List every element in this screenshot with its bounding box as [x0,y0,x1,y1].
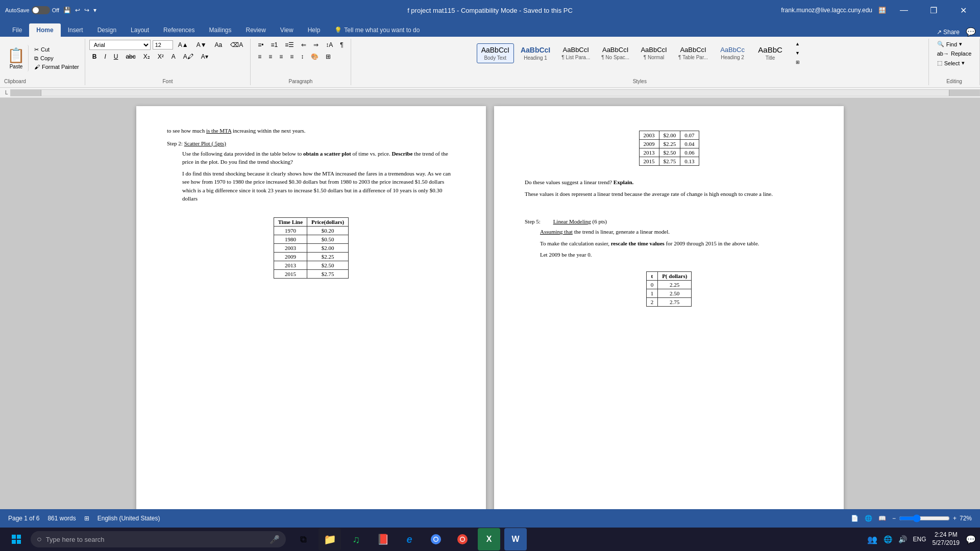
task-view-button[interactable]: ⧉ [292,528,314,550]
people-icon[interactable]: 👥 [867,535,877,544]
select-button[interactable]: ⬚ Select ▾ [934,59,975,67]
cut-button[interactable]: ✂ Cut [33,46,81,54]
line-spacing-button[interactable]: ↕ [298,52,307,62]
style-normal[interactable]: AaBbCcI ¶ Normal [636,43,672,63]
close-button[interactable]: ✕ [951,0,975,20]
decrease-indent-button[interactable]: ⇐ [298,40,309,50]
ruler-margin-right [949,90,979,96]
file-explorer-button[interactable]: 📁 [318,528,341,550]
font-size-input[interactable] [153,40,173,49]
restore-button[interactable]: ❐ [922,0,945,20]
document-title: f project mat115 - Compatibility Mode - … [407,7,573,14]
taskbar-search[interactable]: ○ 🎤 [31,531,286,547]
replace-button[interactable]: ab→ Replace [934,49,975,58]
style-title[interactable]: AaBbC Title [752,43,788,63]
tab-home[interactable]: Home [29,23,60,37]
tab-references[interactable]: References [156,23,202,37]
mic-icon[interactable]: 🎤 [270,535,280,544]
search-input[interactable] [46,536,265,543]
title-bar-left: AutoSave Off 💾 ↩ ↪ ▾ [5,6,96,14]
zoom-out-button[interactable]: − [892,515,896,522]
numbering-button[interactable]: ≡1 [267,40,281,50]
sort-button[interactable]: ↕A [323,40,336,50]
page-info: Page 1 of 6 [8,515,39,522]
superscript-button[interactable]: X² [155,52,167,62]
paste-button[interactable]: 📋 Paste [4,45,29,71]
view-print-icon[interactable]: 📄 [851,515,859,522]
language: English (United States) [97,515,160,522]
bullets-button[interactable]: ≡• [255,40,266,50]
tab-insert[interactable]: Insert [61,23,90,37]
start-button[interactable] [4,528,29,551]
style-table-para[interactable]: AaBbCcI ¶ Table Par... [674,43,713,63]
strikethrough-button[interactable]: abc [122,52,138,62]
style-no-spacing[interactable]: AaBbCcI ¶ No Spac... [597,43,634,63]
italic-button[interactable]: I [101,52,109,62]
shading-button[interactable]: 🎨 [308,52,322,62]
zoom-in-button[interactable]: + [953,515,957,522]
dropdown-icon[interactable]: ▾ [93,7,96,14]
tab-view[interactable]: View [273,23,301,37]
highlight-button[interactable]: A🖍 [180,52,197,62]
justify-button[interactable]: ≡ [287,52,297,62]
styles-up-button[interactable]: ▲ [792,40,803,48]
style-heading1[interactable]: AaBbCcI Heading 1 [516,43,555,63]
network-icon[interactable]: 🌐 [884,535,892,543]
font-case-button[interactable]: Aa [212,40,226,50]
view-read-icon[interactable]: 📖 [878,515,886,522]
text-color-button[interactable]: A [168,52,179,62]
subscript-button[interactable]: X₂ [140,52,153,62]
align-left-button[interactable]: ≡ [255,52,264,62]
tab-review[interactable]: Review [238,23,273,37]
clear-format-button[interactable]: ⌫A [227,40,246,50]
font-decrease-button[interactable]: A▼ [193,40,210,50]
text-bg-button[interactable]: A▾ [198,52,211,62]
styles-down-button[interactable]: ▼ [792,49,803,57]
styles-more-button[interactable]: ⊞ [792,58,803,66]
font-name-select[interactable]: Arial [89,40,151,50]
increase-indent-button[interactable]: ⇒ [310,40,322,50]
bold-button[interactable]: B [89,52,100,62]
undo-icon[interactable]: ↩ [75,7,80,14]
style-heading2[interactable]: AaBbCc Heading 2 [715,43,750,63]
copy-button[interactable]: ⧉ Copy [33,55,81,62]
zoom-slider[interactable] [899,514,950,522]
chrome2-button[interactable] [451,528,474,550]
spotify-button[interactable]: ♫ [345,528,368,550]
chrome-icon [430,533,442,545]
format-painter-button[interactable]: 🖌 Format Painter [33,63,81,70]
table1-col1-header: Time Line [274,217,307,226]
edge-button[interactable]: e [398,528,421,550]
styles-scroll: AaBbCcI Body Text AaBbCcI Heading 1 AaBb… [477,40,803,66]
save-icon[interactable]: 💾 [63,7,71,14]
chrome-button[interactable] [425,528,447,550]
volume-icon[interactable]: 🔊 [898,535,907,543]
app4-button[interactable]: 📕 [372,528,394,550]
zoom-control: − + 72% [892,514,972,522]
comments-icon[interactable]: 💬 [966,27,976,37]
show-marks-button[interactable]: ¶ [337,40,346,50]
tab-tell-me[interactable]: 💡 Tell me what you want to do [327,23,427,37]
tab-file[interactable]: File [5,23,29,37]
style-list-para[interactable]: AaBbCcI ¶ List Para... [557,43,595,63]
view-web-icon[interactable]: 🌐 [865,515,872,522]
share-button[interactable]: ↗ Share [937,29,960,36]
align-center-button[interactable]: ≡ [265,52,275,62]
minimize-button[interactable]: — [892,0,916,20]
redo-icon[interactable]: ↪ [84,7,89,14]
notifications-icon[interactable]: 💬 [966,535,976,544]
underline-button[interactable]: U [111,52,121,62]
multilevel-button[interactable]: ≡☰ [282,40,297,50]
tab-design[interactable]: Design [90,23,124,37]
find-button[interactable]: 🔍 Find ▾ [934,40,975,48]
tab-mailings[interactable]: Mailings [202,23,238,37]
tab-help[interactable]: Help [301,23,328,37]
tab-layout[interactable]: Layout [124,23,156,37]
excel-button[interactable]: X [478,528,500,550]
font-increase-button[interactable]: A▲ [175,40,191,50]
word-button[interactable]: W [504,528,527,550]
autosave-toggle[interactable] [32,6,50,14]
align-right-button[interactable]: ≡ [276,52,286,62]
border-button[interactable]: ⊞ [323,52,334,62]
style-body-text[interactable]: AaBbCcI Body Text [477,43,514,63]
